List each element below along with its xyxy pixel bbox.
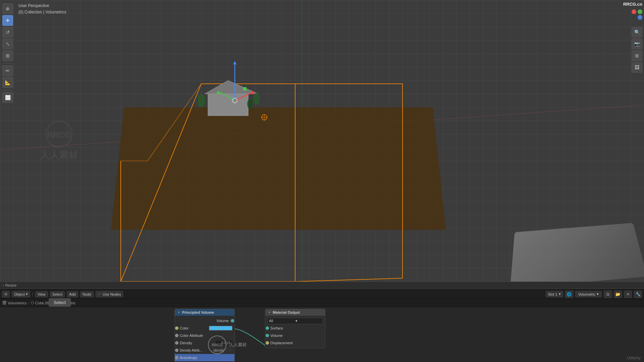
material-type-chevron: ▾ bbox=[597, 292, 599, 296]
header-sep-1: | bbox=[32, 292, 33, 297]
top-right-logo: RRCG.cn bbox=[623, 2, 642, 7]
collection-info: (0) Collection | Volumetrics bbox=[18, 9, 66, 15]
svg-line-15 bbox=[235, 92, 253, 101]
rotate-tool-btn[interactable]: ↺ bbox=[2, 27, 13, 38]
mo-socket-displacement[interactable] bbox=[266, 341, 269, 345]
material-type-label: Volumetric bbox=[578, 292, 595, 296]
use-nodes-checkbox: ✓ bbox=[98, 292, 101, 296]
select-label: Select bbox=[54, 300, 66, 305]
pv-row-volume[interactable]: Volume bbox=[175, 317, 234, 324]
toolbar-sep-2 bbox=[3, 90, 12, 90]
scene-label: Volumetrics bbox=[8, 301, 27, 305]
cursor-tool-btn[interactable]: ⊕ bbox=[2, 3, 13, 14]
grid-btn[interactable]: ⊞ bbox=[632, 50, 642, 61]
select-panel[interactable]: Select bbox=[49, 298, 71, 307]
use-nodes-toggle[interactable]: ✓ Use Nodes bbox=[96, 291, 123, 297]
node-canvas[interactable]: ▼ Principled Volume Volume Color bbox=[0, 307, 644, 362]
resize-label: Resize bbox=[5, 283, 17, 287]
use-nodes-label: Use Nodes bbox=[103, 292, 121, 296]
node-editor: ⊙ Object ▾ | View Select Add Node ✓ Use … bbox=[0, 289, 644, 362]
mo-dropdown-value: All bbox=[269, 319, 295, 323]
resize-arrow: › bbox=[3, 283, 4, 287]
pv-title: Principled Volume bbox=[182, 310, 214, 314]
copy-btn[interactable]: ⧉ bbox=[604, 291, 612, 298]
watermark-circle: RRCG bbox=[46, 121, 72, 147]
right-toolbar: 🔍 📷 ⊞ 🖼 bbox=[632, 27, 642, 73]
mo-row-volume[interactable]: Volume bbox=[265, 332, 325, 339]
pv-row-anisotropy[interactable]: Anisotropy bbox=[175, 354, 234, 361]
breadcrumb-scene[interactable]: 🎬 Volumetrics bbox=[2, 301, 27, 305]
perspective-label: User Perspective bbox=[18, 3, 66, 9]
move-tool-btn[interactable]: ✛ bbox=[2, 15, 13, 26]
view-menu-btn[interactable]: View bbox=[35, 291, 48, 297]
breadcrumb-mesh[interactable]: ⬡ Cube.099 bbox=[31, 301, 51, 305]
viewport-info: User Perspective (0) Collection | Volume… bbox=[18, 3, 66, 15]
svg-marker-14 bbox=[233, 61, 236, 64]
camera-btn[interactable]: 📷 bbox=[632, 39, 642, 49]
pv-color-swatch[interactable] bbox=[209, 326, 232, 330]
empty-tool-btn[interactable]: ⬜ bbox=[2, 92, 13, 103]
scene-icon: 🎬 bbox=[2, 301, 7, 305]
render-btn[interactable]: 🖼 bbox=[632, 62, 642, 73]
object-dropdown-btn[interactable]: Object ▾ bbox=[12, 291, 30, 297]
mo-node-body: All ▾ Surface Volume Displacement bbox=[265, 316, 325, 348]
color-dots bbox=[632, 9, 642, 20]
slot-chevron: ▾ bbox=[559, 292, 561, 296]
target-cursor bbox=[261, 114, 268, 121]
scale-tool-btn[interactable]: ⤡ bbox=[2, 39, 13, 49]
pv-socket-density[interactable] bbox=[175, 341, 178, 345]
pv-collapse-arrow[interactable]: ▼ bbox=[177, 311, 180, 314]
watermark: RRCG 人人素材 bbox=[40, 121, 78, 162]
mesh-icon: ⬡ bbox=[31, 301, 34, 305]
pv-socket-color-attr[interactable] bbox=[175, 334, 178, 337]
render-engine-btn[interactable]: 🌐 bbox=[565, 291, 573, 298]
pv-socket-density-attr[interactable] bbox=[175, 349, 178, 352]
editor-type-icon: ⊙ bbox=[4, 292, 7, 296]
toolbar-sep-1 bbox=[3, 63, 12, 63]
mo-dropdown[interactable]: All ▾ bbox=[267, 318, 323, 324]
mo-title: Material Output bbox=[273, 310, 300, 314]
material-type-btn[interactable]: Volumetric ▾ bbox=[575, 291, 602, 297]
pv-row-color[interactable]: Color bbox=[175, 324, 234, 332]
mo-row-displacement[interactable]: Displacement bbox=[265, 339, 325, 347]
node-menu-btn[interactable]: Node bbox=[80, 291, 94, 297]
breadcrumb-sep-1: › bbox=[28, 301, 30, 305]
annotate-tool-btn[interactable]: ✏ bbox=[2, 65, 13, 76]
watermark-subtitle: 人人素材 bbox=[40, 149, 78, 162]
mo-socket-surface[interactable] bbox=[266, 326, 269, 330]
material-output-node[interactable]: ▼ Material Output All ▾ Surface bbox=[265, 309, 325, 348]
close-btn[interactable]: ✕ bbox=[624, 291, 632, 298]
mo-row-surface[interactable]: Surface bbox=[265, 324, 325, 332]
settings-btn[interactable]: 🔧 bbox=[634, 291, 642, 298]
dot-red bbox=[632, 9, 636, 14]
mo-socket-volume[interactable] bbox=[266, 334, 269, 337]
transform-tool-btn[interactable]: ⊞ bbox=[2, 50, 13, 61]
dot-green bbox=[638, 9, 642, 14]
mo-dropdown-chevron: ▾ bbox=[296, 319, 321, 323]
mo-row-dropdown[interactable]: All ▾ bbox=[265, 317, 325, 324]
pv-socket-color[interactable] bbox=[175, 326, 178, 330]
transform-gizmo bbox=[215, 60, 255, 107]
mo-collapse-arrow[interactable]: ▼ bbox=[268, 311, 271, 314]
breadcrumb-bar: 🎬 Volumetrics › ⬡ Cube.099 › ● Volumetri… bbox=[0, 299, 644, 307]
pv-socket-volume-out[interactable] bbox=[231, 319, 234, 322]
udemy-label: Udemy bbox=[627, 355, 641, 360]
object-label: Object bbox=[14, 292, 25, 296]
resize-bar[interactable]: › Resize bbox=[0, 282, 644, 289]
add-menu-btn[interactable]: Add bbox=[67, 291, 78, 297]
editor-type-btn[interactable]: ⊙ bbox=[2, 291, 10, 297]
pv-socket-anisotropy[interactable] bbox=[175, 356, 178, 359]
node-editor-watermark: RRCG 人人素材 bbox=[208, 336, 247, 354]
pv-node-header: ▼ Principled Volume bbox=[175, 309, 234, 316]
dot-blue bbox=[638, 15, 642, 20]
search-right-btn[interactable]: 🔍 bbox=[632, 27, 642, 38]
node-header: ⊙ Object ▾ | View Select Add Node ✓ Use … bbox=[0, 290, 644, 299]
svg-point-10 bbox=[198, 94, 205, 107]
select-menu-btn[interactable]: Select bbox=[50, 291, 65, 297]
slot-selector[interactable]: Slot 1 ▾ bbox=[546, 291, 563, 297]
browse-btn[interactable]: 📂 bbox=[614, 291, 622, 298]
mo-node-header: ▼ Material Output bbox=[265, 309, 325, 316]
svg-line-4 bbox=[295, 278, 402, 282]
left-toolbar: ⊕ ✛ ↺ ⤡ ⊞ ✏ 📐 ⬜ bbox=[2, 3, 14, 103]
measure-tool-btn[interactable]: 📐 bbox=[2, 77, 13, 88]
